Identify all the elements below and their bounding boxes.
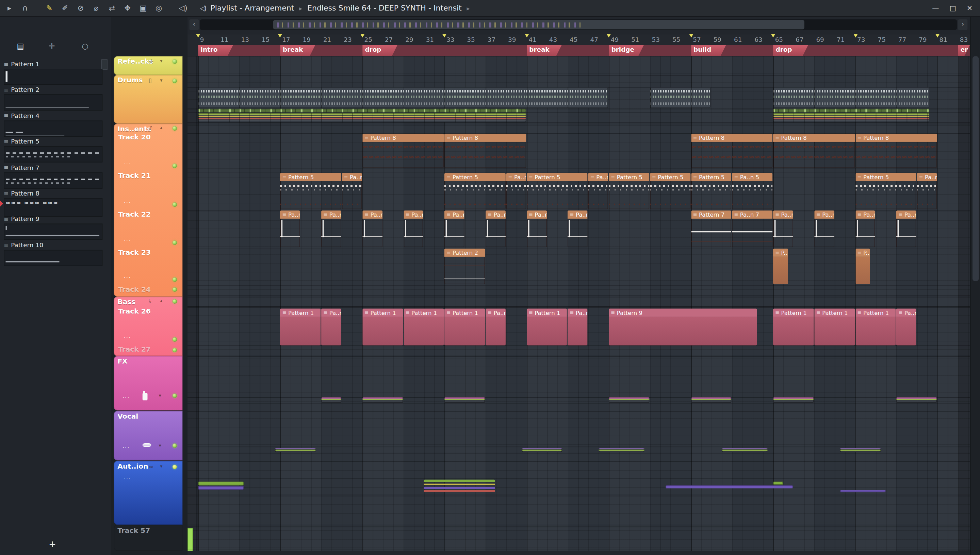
clip[interactable] — [362, 397, 403, 403]
pattern-clip[interactable]: ≡Pa..n 5 — [588, 173, 609, 210]
clip[interactable] — [840, 448, 880, 452]
pattern-clip[interactable]: ≡Pattern 8≈≈≈≈≈≈≈≈≈≈≈≈≈≈≈≈≈≈≈≈≈≈≈≈≈≈≈≈≈≈… — [691, 134, 773, 168]
pattern-clip[interactable]: ≡Pa..n 4 — [444, 210, 464, 247]
track-group-drums[interactable]: Drums▯▾ — [114, 75, 182, 124]
pattern-clip[interactable]: ≡P.. — [773, 249, 788, 284]
move-pattern-icon[interactable]: ✛ — [49, 42, 55, 51]
clip[interactable] — [773, 481, 782, 484]
pattern-clip[interactable]: ≡Pattern 9 — [609, 308, 757, 345]
pattern-clip[interactable]: ≡Pa..n 4 — [814, 210, 834, 247]
pattern-clip[interactable]: ≡Pa..n 1 — [485, 308, 506, 345]
track-enable-led[interactable] — [172, 241, 177, 245]
pattern-group-icon[interactable]: ○ — [82, 42, 88, 51]
track-enable-led[interactable] — [172, 443, 177, 448]
arrangement-marker[interactable]: drop — [773, 45, 808, 56]
track-name[interactable]: Track 20 — [118, 133, 151, 141]
pattern-clip[interactable]: ≡Pa..n 5 — [506, 173, 526, 210]
track-options-dots[interactable]: ... — [124, 273, 131, 279]
track-name[interactable]: Track 23 — [118, 249, 151, 257]
pattern-clip[interactable]: ≡Pa..n 4 — [855, 210, 876, 247]
pattern-clip[interactable]: ≡Pattern 1 — [444, 308, 485, 345]
track-options-dots[interactable]: ... — [124, 333, 131, 339]
pattern-clip[interactable]: ≡Pattern 1 — [814, 308, 855, 345]
track-group-vocal[interactable]: Vocal...▾ — [114, 411, 182, 460]
clip[interactable] — [773, 87, 930, 108]
track-options-dots[interactable]: ... — [122, 443, 130, 449]
headphones-icon[interactable]: ∩ — [21, 4, 30, 13]
track-group-name[interactable]: Vocal — [117, 412, 138, 420]
group-icon[interactable]: ✛ — [149, 58, 153, 64]
clip[interactable] — [321, 397, 341, 403]
pattern-clip[interactable]: ≡Pattern 2 — [444, 249, 485, 284]
pattern-clip[interactable]: ≡Pa..n 4 — [896, 210, 916, 247]
track-group-name[interactable]: Bass — [117, 298, 135, 306]
track-name[interactable]: Track 22 — [118, 210, 151, 219]
pattern-select-icon[interactable]: ▤ — [17, 42, 24, 51]
playhead-marker[interactable] — [188, 528, 193, 551]
pattern-list-item[interactable]: ≡Pattern 1 — [4, 59, 103, 85]
arrangement-marker[interactable]: break — [280, 45, 315, 56]
track-enable-led[interactable] — [172, 287, 177, 292]
pattern-clip[interactable]: ≡Pattern 5 — [444, 173, 505, 210]
track-name[interactable]: Track 57 — [117, 526, 150, 534]
volume-icon[interactable]: ◁) — [178, 4, 188, 13]
vertical-scrollbar[interactable] — [970, 17, 980, 555]
track-name[interactable]: Track 26 — [118, 308, 151, 316]
pattern-list-item[interactable]: ≡Pattern 2 — [4, 85, 103, 111]
track-group-name[interactable]: Ins..ents — [117, 125, 151, 133]
track-options-dots[interactable]: ... — [122, 393, 130, 399]
clip[interactable] — [840, 490, 885, 492]
group-icon[interactable]: ▯ — [149, 77, 152, 83]
pattern-clip[interactable]: ≡Pattern 1 — [362, 308, 403, 345]
arrangement-marker[interactable]: intro — [198, 45, 233, 56]
track-group-plain[interactable]: Track 57 — [114, 525, 182, 551]
group-collapse-icon[interactable]: ▴ — [160, 125, 162, 131]
pattern-clip[interactable]: ≡Pa..n 1 — [321, 308, 341, 345]
clip[interactable] — [444, 397, 485, 403]
pattern-clip[interactable]: ≡Pattern 5 — [280, 173, 341, 210]
pattern-clip[interactable]: ≡Pa..n 5 — [917, 173, 937, 210]
pattern-clip[interactable]: ≡Pa..n 4 — [568, 210, 588, 247]
pattern-clip[interactable]: ≡Pa..n 4 — [773, 210, 793, 247]
pattern-list-item[interactable]: ≡Pattern 7 — [4, 163, 103, 188]
pattern-clip[interactable]: ≡Pa..n 7 — [732, 210, 773, 247]
arrangement-marker[interactable]: break — [527, 45, 562, 56]
track-group-name[interactable]: FX — [117, 358, 127, 366]
track-enable-led[interactable] — [172, 164, 177, 168]
track-enable-led[interactable] — [172, 337, 177, 342]
track-enable-led[interactable] — [172, 465, 177, 469]
clip[interactable] — [650, 87, 711, 108]
track-group-fx[interactable]: FX...▾ — [114, 356, 182, 411]
marquee-select-icon[interactable]: ▣ — [139, 4, 148, 13]
track-group-name[interactable]: Aut..ion — [117, 462, 148, 470]
playlist-speaker-icon[interactable]: ◁) — [200, 4, 206, 12]
scroll-left-button[interactable]: ‹ — [190, 19, 199, 30]
add-pattern-button[interactable]: + — [49, 539, 56, 549]
track-group-name[interactable]: Refe..cks — [117, 58, 153, 66]
vertical-scrollbar-thumb[interactable] — [972, 56, 978, 281]
group-icon[interactable]: ∞ — [149, 464, 153, 470]
track-enable-led[interactable] — [172, 202, 177, 207]
minimize-button[interactable]: — — [932, 5, 939, 13]
scroll-right-button[interactable]: › — [958, 19, 968, 30]
clip[interactable] — [198, 87, 608, 108]
pattern-clip[interactable]: ≡Pattern 5 — [855, 173, 916, 210]
spray-icon[interactable] — [143, 393, 148, 400]
pattern-clip[interactable]: ≡Pattern 1 — [855, 308, 896, 345]
clip[interactable] — [691, 397, 732, 403]
playlist-grid[interactable]: ≡Pattern 8≈≈≈≈≈≈≈≈≈≈≈≈≈≈≈≈≈≈≈≈≈≈≈≈≈≈≈≈≈≈… — [188, 56, 970, 551]
pattern-list-item[interactable]: ≡Pattern 8≈≈≈ ≈≈≈ ≈≈≈ — [4, 189, 103, 214]
clip[interactable] — [198, 109, 526, 112]
track-name[interactable]: Track 21 — [118, 172, 151, 180]
clip[interactable] — [198, 486, 244, 490]
pattern-clip[interactable]: ≡Pattern 8≈≈≈≈≈≈≈≈≈≈≈≈≈≈≈≈≈≈≈≈≈≈≈≈≈≈≈≈≈≈… — [855, 134, 937, 168]
pattern-clip[interactable]: ≡Pattern 8≈≈≈≈≈≈≈≈≈≈≈≈≈≈≈≈≈≈≈≈≈≈≈≈≈≈≈≈≈≈… — [444, 134, 526, 168]
group-icon[interactable]: ♪ — [149, 125, 153, 131]
mute-icon[interactable]: ⌀ — [92, 4, 101, 13]
arrangement-marker[interactable]: drop — [362, 45, 397, 56]
track-options-dots[interactable]: ... — [124, 236, 131, 242]
swap-arrows-icon[interactable]: ⇄ — [108, 4, 116, 13]
typing-keyboard-icon[interactable]: ✎ — [45, 4, 54, 13]
track-enable-led[interactable] — [172, 393, 177, 398]
track-group-bass[interactable]: Bass♭▴Track 26...Track 27 — [114, 297, 182, 356]
